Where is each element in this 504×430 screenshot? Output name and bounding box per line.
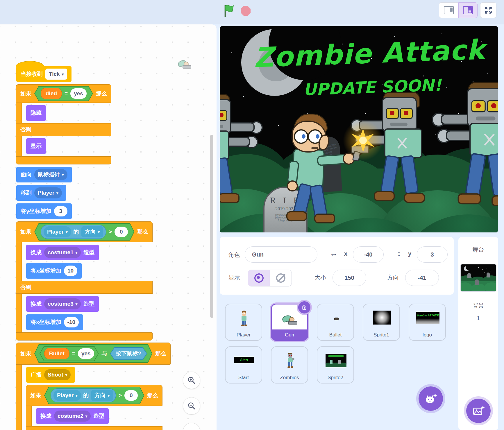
mini-gravestone bbox=[467, 273, 471, 278]
hidden-button[interactable] bbox=[270, 270, 292, 286]
block-label: 造型 bbox=[83, 249, 94, 256]
visible-button[interactable] bbox=[248, 270, 270, 286]
zombie-sprite[interactable] bbox=[432, 86, 498, 207]
c-block-bottom bbox=[16, 156, 111, 164]
block-label: 当接收到 bbox=[21, 70, 43, 78]
change-x-input[interactable]: -10 bbox=[64, 317, 79, 327]
greater-than-operator[interactable]: Player 的 方向 > 0 bbox=[44, 387, 144, 404]
sprite-dropdown[interactable]: Player bbox=[53, 390, 81, 401]
add-backdrop-button[interactable] bbox=[466, 399, 491, 423]
block-switch-costume[interactable]: 换成 costume1 造型 bbox=[26, 244, 99, 261]
large-stage-button[interactable] bbox=[458, 2, 478, 18]
equals-operator[interactable]: Bullet = yes bbox=[40, 346, 99, 361]
sprite-card-bullet[interactable]: Bullet bbox=[317, 304, 354, 341]
change-y-input[interactable]: 3 bbox=[54, 206, 67, 216]
equals-operator[interactable]: died = yes bbox=[34, 86, 93, 101]
and-operator[interactable]: Bullet = yes 与 按下鼠标? bbox=[34, 344, 152, 363]
if-label: 如果 bbox=[30, 392, 41, 399]
code-workspace[interactable]: 当接收到 Tick 如果 died = yes 那么 隐藏 否则 bbox=[0, 24, 217, 430]
mini-moon-cut bbox=[466, 265, 471, 270]
property-dropdown[interactable]: 方向 bbox=[91, 390, 113, 401]
y-axis-icon: ↕ bbox=[397, 249, 401, 258]
block-change-x[interactable]: 将x坐标增加 -10 bbox=[26, 314, 83, 330]
block-if-else-direction-2[interactable]: 如果 Player 的 方向 > 0 那么 bbox=[26, 385, 162, 430]
player-thumbnail bbox=[241, 311, 248, 327]
sprite-dropdown[interactable]: Player bbox=[44, 226, 71, 237]
direction-input[interactable]: -41 bbox=[405, 270, 439, 286]
costume-dropdown[interactable]: costume3 bbox=[44, 298, 81, 309]
zoom-reset-button[interactable] bbox=[183, 423, 200, 430]
value-input[interactable]: 0 bbox=[124, 390, 138, 401]
size-input[interactable]: 150 bbox=[333, 270, 366, 286]
block-go-to[interactable]: 移到 Player bbox=[16, 185, 67, 201]
then-label: 那么 bbox=[96, 90, 107, 97]
block-script: 当接收到 Tick 如果 died = yes 那么 隐藏 否则 bbox=[16, 61, 171, 430]
zoom-in-button[interactable] bbox=[183, 372, 200, 389]
greater-than-operator[interactable]: Player 的 方向 > 0 bbox=[34, 223, 134, 241]
sprite-card-start[interactable]: Start Start bbox=[225, 346, 262, 384]
x-value-input[interactable]: -40 bbox=[353, 246, 384, 263]
block-switch-costume[interactable]: 换成 costume3 造型 bbox=[26, 296, 99, 312]
goto-target-dropdown[interactable]: Player bbox=[34, 187, 62, 198]
stage-viewport[interactable]: Zombie Attack UPDATE SOON! qwertyuiopasd… bbox=[220, 26, 498, 232]
message-dropdown[interactable]: Tick bbox=[45, 69, 67, 80]
value-input[interactable]: yes bbox=[78, 348, 94, 359]
block-if-else-died[interactable]: 如果 died = yes 那么 隐藏 否则 显示 bbox=[16, 84, 111, 164]
y-value-input[interactable]: 3 bbox=[417, 246, 448, 263]
sprite-card-gun[interactable]: Gun bbox=[271, 304, 308, 341]
change-x-input[interactable]: 10 bbox=[64, 266, 77, 276]
block-hide[interactable]: 隐藏 bbox=[26, 105, 46, 121]
sprite-card-zombies[interactable]: Zombies bbox=[271, 346, 308, 384]
backdrop-thumbnail[interactable] bbox=[460, 264, 496, 292]
variable-bullet[interactable]: Bullet bbox=[44, 348, 69, 359]
sprite-card-player[interactable]: Player bbox=[225, 304, 262, 341]
if-label: 如果 bbox=[20, 228, 31, 236]
mouse-down-sensing[interactable]: 按下鼠标? bbox=[110, 347, 147, 360]
sensing-attribute-of[interactable]: Player 的 方向 bbox=[51, 388, 116, 402]
sprite-card-logo[interactable]: Zombie ATTACK logo bbox=[409, 304, 446, 341]
zoom-out-button[interactable] bbox=[183, 397, 200, 415]
block-show[interactable]: 显示 bbox=[26, 138, 46, 154]
block-change-y[interactable]: 将y坐标增加 3 bbox=[16, 203, 72, 219]
value-input[interactable]: 0 bbox=[115, 227, 128, 237]
costume-dropdown[interactable]: costume1 bbox=[44, 247, 81, 258]
green-flag-button[interactable] bbox=[223, 5, 235, 17]
stop-button[interactable] bbox=[241, 5, 252, 17]
sprite-name-input[interactable]: Gun bbox=[245, 246, 317, 263]
property-dropdown[interactable]: 方向 bbox=[81, 226, 103, 237]
logo-thumbnail: Zombie ATTACK bbox=[416, 312, 439, 324]
value-input[interactable]: yes bbox=[70, 88, 87, 99]
block-if-shoot[interactable]: 如果 Bullet = yes 与 按下鼠标? 那么 广播 bbox=[16, 343, 171, 430]
sprite-card-sprite2[interactable]: Sprite2 bbox=[317, 346, 354, 384]
stop-icon bbox=[241, 6, 251, 16]
show-label: 显示 bbox=[31, 142, 42, 150]
fullscreen-button[interactable] bbox=[480, 2, 496, 18]
start-thumbnail: Start bbox=[234, 357, 254, 363]
broadcast-dropdown[interactable]: Shoot bbox=[44, 369, 71, 380]
zombie-sprite[interactable] bbox=[220, 97, 263, 205]
block-switch-costume[interactable]: 换成 costume2 造型 bbox=[36, 408, 109, 424]
sprite-card-label: Start bbox=[226, 375, 262, 381]
zombie-body bbox=[220, 130, 229, 160]
variable-died[interactable]: died bbox=[41, 88, 62, 99]
block-broadcast[interactable]: 广播 Shoot bbox=[26, 367, 75, 383]
block-point-towards[interactable]: 面向 鼠标指针 bbox=[16, 166, 72, 183]
block-if-else-direction[interactable]: 如果 Player 的 方向 > 0 那么 换成 costume1 造型 bbox=[16, 221, 153, 341]
else-label: 否则 bbox=[20, 284, 31, 291]
stage-selector-panel[interactable]: 舞台 背景 1 bbox=[458, 237, 498, 430]
sensing-attribute-of[interactable]: Player 的 方向 bbox=[41, 225, 106, 239]
delete-sprite-button[interactable] bbox=[297, 300, 312, 315]
hide-label: 隐藏 bbox=[31, 109, 42, 117]
small-stage-button[interactable] bbox=[439, 2, 458, 18]
code-vertical-scrollbar[interactable] bbox=[210, 135, 213, 318]
if-label: 如果 bbox=[20, 350, 31, 357]
show-label: 显示 bbox=[228, 274, 240, 282]
sprite-card-sprite1[interactable]: Sprite1 bbox=[363, 304, 400, 341]
point-target-dropdown[interactable]: 鼠标指针 bbox=[34, 169, 67, 180]
add-sprite-button[interactable] bbox=[419, 386, 443, 411]
costume-dropdown[interactable]: costume2 bbox=[54, 411, 91, 422]
sprite-card-label: Gun bbox=[272, 332, 307, 338]
block-when-received[interactable]: 当接收到 Tick bbox=[16, 66, 72, 82]
block-change-x[interactable]: 将x坐标增加 10 bbox=[26, 263, 82, 279]
stage-title-text: Zombie Attack bbox=[249, 36, 491, 72]
